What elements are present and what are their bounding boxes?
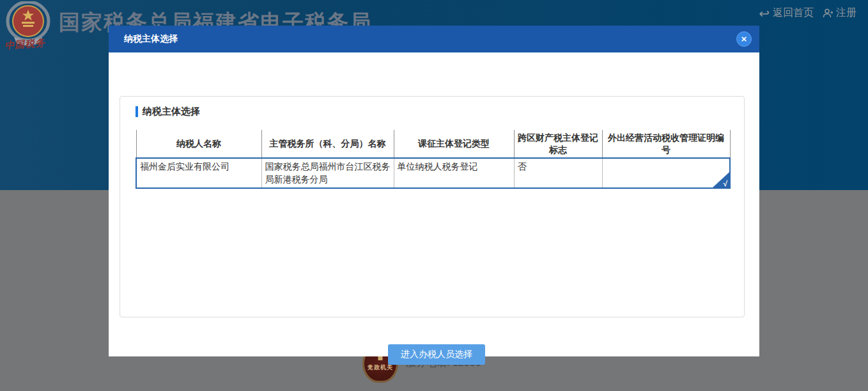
section-title: 纳税主体选择: [143, 106, 200, 118]
cell-taxpayer-name: 福州金后实业有限公司: [136, 158, 261, 188]
dialog-titlebar: 纳税主体选择 ×: [109, 26, 759, 52]
col-header-taxpayer-name: 纳税人名称: [136, 130, 261, 158]
cell-registration-type: 单位纳税人税务登记: [394, 158, 514, 188]
enter-tax-personnel-button[interactable]: 进入办税人员选择: [388, 344, 485, 365]
top-nav: ↩ 返回首页 注册: [759, 6, 856, 20]
col-header-cert-number: 外出经营活动税收管理证明编号: [602, 130, 730, 158]
back-home-link[interactable]: ↩ 返回首页: [759, 6, 814, 20]
table-header-row: 纳税人名称 主管税务所（科、分局）名称 课征主体登记类型 跨区财产税主体登记标志…: [136, 130, 730, 158]
dialog-title: 纳税主体选择: [109, 33, 178, 45]
register-label: 注册: [836, 6, 856, 20]
check-icon: √: [723, 180, 727, 188]
section-accent-bar: [136, 106, 138, 117]
taxpayer-table: 纳税人名称 主管税务所（科、分局）名称 课征主体登记类型 跨区财产税主体登记标志…: [136, 130, 731, 189]
back-home-label: 返回首页: [773, 6, 814, 20]
col-header-cross-region-flag: 跨区财产税主体登记标志: [514, 130, 602, 158]
close-icon[interactable]: ×: [736, 31, 752, 47]
col-header-registration-type: 课征主体登记类型: [394, 130, 514, 158]
person-icon: [823, 8, 833, 19]
subject-selection-panel: 纳税主体选择 纳税人名称 主管税务所（科、分局）名称 课征主体登记类型 跨区财产…: [120, 96, 745, 317]
register-link[interactable]: 注册: [823, 6, 856, 20]
taxpayer-subject-dialog: 纳税主体选择 × 纳税主体选择 纳税人名称 主管税务所（科、分局）名称 课征主体…: [109, 26, 759, 356]
dialog-body: 纳税主体选择 纳税人名称 主管税务所（科、分局）名称 课征主体登记类型 跨区财产…: [109, 52, 759, 356]
table-row[interactable]: 福州金后实业有限公司 国家税务总局福州市台江区税务局新港税务分局 单位纳税人税务…: [136, 158, 730, 188]
cell-tax-office: 国家税务总局福州市台江区税务局新港税务分局: [261, 158, 394, 188]
cell-cert-number: √: [602, 158, 730, 188]
col-header-tax-office: 主管税务所（科、分局）名称: [261, 130, 394, 158]
cell-cross-region-flag: 否: [514, 158, 602, 188]
section-header: 纳税主体选择: [136, 106, 200, 118]
badge-label: 党政机关: [368, 363, 393, 381]
back-arrow-icon: ↩: [759, 7, 770, 20]
